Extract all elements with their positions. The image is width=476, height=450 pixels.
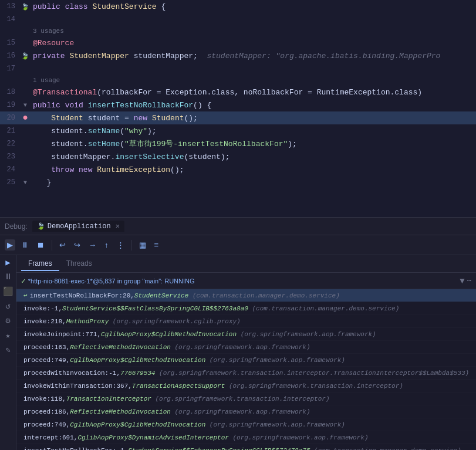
- code-line-14: 14: [0, 13, 476, 26]
- stack-frame-5[interactable]: proceed:749, CglibAopProxy$CglibMethodIn…: [16, 354, 476, 367]
- code-text: Student student = new Student();: [31, 114, 476, 123]
- bookmark-icon[interactable]: ★: [5, 330, 10, 340]
- code-text: student.setName("why");: [31, 127, 476, 136]
- app-icon: 🍃: [37, 222, 45, 230]
- debug-panel: Debug: 🍃 DemoApplication ✕ ▶ ⏸ ⏹ ↩ ↪ → ↑…: [0, 217, 476, 450]
- app-tab-label: DemoApplication: [48, 222, 111, 231]
- stack-frame-11[interactable]: intercept:691, CglibAopProxy$DynamicAdvi…: [16, 431, 476, 444]
- fold-icon[interactable]: ▼: [20, 180, 31, 186]
- stack-frame-3[interactable]: invokeJoinpoint:771, CglibAopProxy$Cglib…: [16, 328, 476, 341]
- step-out-button[interactable]: →: [86, 239, 99, 251]
- run-to-cursor-button[interactable]: ↑: [102, 239, 111, 251]
- code-line-18: 18 @Transactional(rollbackFor = Exceptio…: [0, 86, 476, 99]
- pause-sidebar-icon[interactable]: ⏸: [4, 272, 12, 282]
- code-editor: 13 🍃 public class StudentService { 14 3 …: [0, 0, 476, 217]
- gear-icon[interactable]: ⚙: [5, 316, 10, 326]
- frame-class: CglibAopProxy$CglibMethodInvocation: [101, 331, 241, 338]
- frame-method: insertTestNoRollbackFor:20,: [30, 292, 134, 299]
- frame-method: proceed:163,: [23, 344, 70, 351]
- app-tab[interactable]: 🍃 DemoApplication ✕: [32, 221, 124, 232]
- frame-method: insertTestNoRollbackFor:-1,: [23, 447, 128, 451]
- code-text: throw new RuntimeException();: [31, 165, 476, 174]
- step-over-button[interactable]: ↩: [57, 239, 68, 251]
- toolbar-separator-1: [52, 240, 52, 251]
- code-line-23: 23 studentMapper.insertSelective(student…: [0, 150, 476, 163]
- frame-pkg: (com.transaction.manager.demo.service): [252, 305, 399, 312]
- frame-tabs-row: Frames Threads: [16, 255, 476, 273]
- stop-sidebar-icon[interactable]: ⬛: [3, 286, 13, 296]
- frame-method: proceed:749,: [23, 357, 70, 364]
- frame-method: invokeWithinTransaction:367,: [23, 383, 132, 390]
- frame-pkg: (org.springframework.aop.framework): [174, 344, 310, 351]
- stack-frame-0[interactable]: ↩ insertTestNoRollbackFor:20, StudentSer…: [16, 289, 476, 302]
- stack-frame-9[interactable]: proceed:186, ReflectiveMethodInvocation …: [16, 405, 476, 418]
- spring-icon: 🍃: [20, 52, 31, 60]
- frames-button[interactable]: ▦: [137, 239, 148, 251]
- left-sidebar: ▶ ⏸ ⬛ ↺ ⚙ ★ ✎: [0, 255, 16, 450]
- frame-class: StudentService$$FastClassBySpringCGLIB$$…: [62, 305, 252, 312]
- thread-row: ✓ *http-nio-8081-exec-1*@5,837 in group …: [16, 273, 476, 289]
- stack-frame-7[interactable]: invokeWithinTransaction:367, Transaction…: [16, 380, 476, 393]
- line-number: 18: [2, 88, 20, 96]
- edit-icon[interactable]: ✎: [5, 345, 10, 355]
- step-into-button[interactable]: ↪: [72, 239, 83, 251]
- code-text: student.setHome("草市街199号-insertTestNoRol…: [31, 138, 476, 149]
- code-text: private StudentMapper studentMapper; stu…: [31, 52, 476, 60]
- line-number: 25: [2, 178, 20, 187]
- frame-pkg: (org.springframework.transaction.interce…: [159, 370, 469, 377]
- resume-button[interactable]: ▶: [5, 239, 15, 251]
- stack-frame-6[interactable]: proceedWithInvocation:-1, 776679534 (org…: [16, 367, 476, 380]
- line-number: 23: [2, 153, 20, 161]
- code-text: @Resource: [31, 39, 476, 48]
- frame-pkg: (com.transaction.manager.demo.service): [314, 447, 461, 451]
- frame-class: StudentService: [134, 292, 193, 299]
- frame-pkg: (org.springframework.cglib.proxy): [113, 318, 241, 325]
- evaluate-button[interactable]: ⋮: [114, 239, 127, 251]
- more-options-icon[interactable]: ⋯: [467, 276, 471, 285]
- frame-class: TransactionAspectSupport: [132, 383, 229, 390]
- frame-class: StudentService$$EnhancerBySpringCGLIB$$7…: [128, 447, 314, 451]
- pause-button[interactable]: ⏸: [19, 239, 31, 251]
- frame-pkg: (org.springframework.aop.framework): [232, 434, 368, 441]
- stack-frame-1[interactable]: invoke:-1, StudentService$$FastClassBySp…: [16, 302, 476, 315]
- stop-button[interactable]: ⏹: [35, 239, 47, 251]
- line-number: 13: [2, 2, 20, 11]
- frame-class: ReflectiveMethodInvocation: [70, 408, 174, 415]
- breakpoint-icon[interactable]: ●: [20, 113, 31, 123]
- tab-threads[interactable]: Threads: [59, 257, 99, 271]
- usage-count: 1 usage: [31, 77, 476, 84]
- code-line-22: 22 student.setHome("草市街199号-insertTestNo…: [0, 137, 476, 150]
- frame-method: invoke:218,: [23, 318, 66, 325]
- debug-body: ▶ ⏸ ⬛ ↺ ⚙ ★ ✎ Frames Threads ✓ *http-nio…: [0, 255, 476, 450]
- code-line-15: 15 @Resource: [0, 36, 476, 49]
- close-icon[interactable]: ✕: [116, 222, 120, 231]
- tab-frames[interactable]: Frames: [21, 257, 59, 271]
- frame-pkg: (org.springframework.aop.framework): [241, 331, 376, 338]
- stack-frame-10[interactable]: proceed:749, CglibAopProxy$CglibMethodIn…: [16, 418, 476, 431]
- code-line-20: 20 ● Student student = new Student();: [0, 111, 476, 124]
- filter-icon[interactable]: ▼: [460, 276, 464, 286]
- stack-frame-2[interactable]: invoke:218, MethodProxy (org.springframe…: [16, 315, 476, 328]
- frame-class: CglibAopProxy$CglibMethodInvocation: [70, 357, 210, 364]
- stack-frame-4[interactable]: proceed:163, ReflectiveMethodInvocation …: [16, 341, 476, 354]
- stack-frame-12[interactable]: insertTestNoRollbackFor:-1, StudentServi…: [16, 444, 476, 450]
- code-text: @Transactional(rollbackFor = Exception.c…: [31, 88, 476, 97]
- spring-icon: 🍃: [20, 3, 31, 11]
- code-line-25: 25 ▼ }: [0, 176, 476, 189]
- fold-icon[interactable]: ▼: [20, 102, 31, 109]
- frame-pkg: (org.springframework.transaction.interce…: [229, 383, 403, 390]
- line-number: 21: [2, 127, 20, 135]
- settings-button[interactable]: ≡: [152, 239, 161, 251]
- refresh-icon[interactable]: ↺: [5, 301, 10, 311]
- stack-frame-list[interactable]: ↩ insertTestNoRollbackFor:20, StudentSer…: [16, 289, 476, 450]
- frame-class: CglibAopProxy$CglibMethodInvocation: [70, 421, 210, 428]
- frame-method: proceed:186,: [23, 408, 70, 415]
- frame-method: proceed:749,: [23, 421, 70, 428]
- frame-method: intercept:691,: [23, 434, 77, 441]
- frame-class: TransactionInterceptor: [66, 395, 156, 402]
- stack-frame-8[interactable]: invoke:118, TransactionInterceptor (org.…: [16, 393, 476, 405]
- frame-class: MethodProxy: [66, 318, 113, 325]
- play-icon[interactable]: ▶: [5, 258, 10, 268]
- frame-class: ReflectiveMethodInvocation: [70, 344, 174, 351]
- current-frame-arrow: ↩: [23, 292, 28, 299]
